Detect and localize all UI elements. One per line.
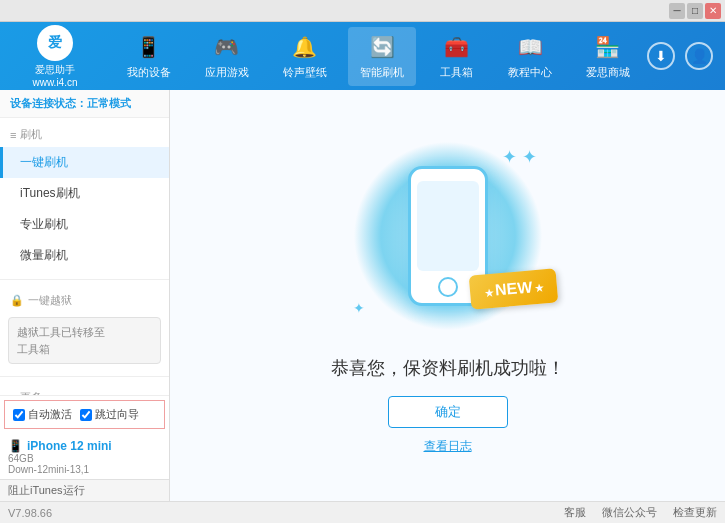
nav-item-toolbox[interactable]: 🧰 工具箱 [426,27,486,86]
status-bar: 设备连接状态：正常模式 [0,90,169,118]
nav-label-my-device: 我的设备 [127,65,171,80]
check-update-link[interactable]: 检查更新 [673,505,717,520]
sidebar-item-wipe-flash[interactable]: 微量刷机 [0,240,169,271]
skip-guide-checkbox-label[interactable]: 跳过向导 [80,407,139,422]
top-nav: 爱 爱思助手 www.i4.cn 📱 我的设备 🎮 应用游戏 🔔 铃声壁纸 🔄 … [0,22,725,90]
sparkle-bottom-left: ✦ [353,300,365,316]
jailbreak-note: 越狱工具已转移至工具箱 [8,317,161,364]
nav-item-smart-flash[interactable]: 🔄 智能刷机 [348,27,416,86]
device-storage: 64GB [8,453,161,464]
nav-items: 📱 我的设备 🎮 应用游戏 🔔 铃声壁纸 🔄 智能刷机 🧰 工具箱 📖 教程中心… [110,27,647,86]
skip-guide-checkbox[interactable] [80,409,92,421]
device-system: Down-12mini-13,1 [8,464,161,475]
version-text: V7.98.66 [8,507,52,519]
device-icon: 📱 [8,439,23,453]
nav-item-tutorial[interactable]: 📖 教程中心 [496,27,564,86]
logo-title: 爱思助手 [35,63,75,77]
wechat-link[interactable]: 微信公众号 [602,505,657,520]
nav-label-tutorial: 教程中心 [508,65,552,80]
support-link[interactable]: 客服 [564,505,586,520]
more-group-header: ≡ 更多 [0,385,169,395]
main-content: 设备连接状态：正常模式 ≡ 刷机 一键刷机 iTunes刷机 专业刷机 微量刷机 [0,90,725,501]
sidebar-item-one-key-flash[interactable]: 一键刷机 [0,147,169,178]
ringtone-icon: 🔔 [291,33,319,61]
jailbreak-section: 🔒 一键越狱 越狱工具已转移至工具箱 [0,284,169,372]
one-key-flash-label: 一键刷机 [20,154,68,171]
nav-label-apps-games: 应用游戏 [205,65,249,80]
user-button[interactable]: 👤 [685,42,713,70]
confirm-button[interactable]: 确定 [388,396,508,428]
auto-flash-label: 自动激活 [28,407,72,422]
close-button[interactable]: ✕ [705,3,721,19]
auto-flash-checkbox-label[interactable]: 自动激活 [13,407,72,422]
nav-item-apps-games[interactable]: 🎮 应用游戏 [193,27,261,86]
device-name-text: iPhone 12 mini [27,439,112,453]
maximize-button[interactable]: □ [687,3,703,19]
my-device-icon: 📱 [135,33,163,61]
flash-section: ≡ 刷机 一键刷机 iTunes刷机 专业刷机 微量刷机 [0,118,169,275]
new-badge: NEW [469,268,559,309]
status-value: 正常模式 [87,97,131,109]
flash-icon: ≡ [10,129,16,141]
nav-label-toolbox: 工具箱 [440,65,473,80]
nav-label-ringtone: 铃声壁纸 [283,65,327,80]
phone-screen [417,181,479,271]
sidebar-scroll: ≡ 刷机 一键刷机 iTunes刷机 专业刷机 微量刷机 [0,118,169,395]
nav-item-my-device[interactable]: 📱 我的设备 [115,27,183,86]
status-label: 设备连接状态： [10,97,87,109]
nav-right: ⬇ 👤 [647,42,725,70]
more-section: ≡ 更多 其他工具 下载固件 高级功能 [0,381,169,395]
logo-circle: 爱 [37,25,73,61]
content-area: ✦ ✦ ✦ NEW 恭喜您，保资料刷机成功啦！ 确定 查看日志 [170,90,725,501]
jailbreak-group-header: 🔒 一键越狱 [0,288,169,313]
jailbreak-note-text: 越狱工具已转移至工具箱 [17,326,105,355]
sidebar-divider-1 [0,279,169,280]
logo-area: 爱 爱思助手 www.i4.cn [0,17,110,96]
jailbreak-group-label: 一键越狱 [28,293,72,308]
sidebar-divider-2 [0,376,169,377]
view-log-link[interactable]: 查看日志 [424,438,472,455]
itunes-bar[interactable]: 阻止iTunes运行 [0,479,169,501]
title-bar-buttons: ─ □ ✕ [669,3,721,19]
sidebar-item-pro-flash[interactable]: 专业刷机 [0,209,169,240]
download-button[interactable]: ⬇ [647,42,675,70]
checkbox-area: 自动激活 跳过向导 [4,400,165,429]
apps-games-icon: 🎮 [213,33,241,61]
minimize-button[interactable]: ─ [669,3,685,19]
itunes-status-text: 阻止iTunes运行 [8,484,85,496]
store-icon: 🏪 [594,33,622,61]
nav-label-store: 爱思商城 [586,65,630,80]
lock-icon: 🔒 [10,294,24,307]
nav-label-smart-flash: 智能刷机 [360,65,404,80]
flash-group-label: 刷机 [20,127,42,142]
auto-flash-checkbox[interactable] [13,409,25,421]
bottom-status-bar: V7.98.66 客服 微信公众号 检查更新 [0,501,725,523]
tutorial-icon: 📖 [516,33,544,61]
sidebar: 设备连接状态：正常模式 ≡ 刷机 一键刷机 iTunes刷机 专业刷机 微量刷机 [0,90,170,501]
sidebar-item-itunes-flash[interactable]: iTunes刷机 [0,178,169,209]
logo-icon: 爱 [48,34,62,52]
skip-guide-label: 跳过向导 [95,407,139,422]
phone-illustration: ✦ ✦ ✦ NEW [348,136,548,336]
device-name: 📱 iPhone 12 mini [8,439,161,453]
sparkle-top-right: ✦ ✦ [502,146,537,168]
logo-url: www.i4.cn [32,77,77,88]
flash-group-header: ≡ 刷机 [0,122,169,147]
smart-flash-icon: 🔄 [368,33,396,61]
toolbox-icon: 🧰 [442,33,470,61]
success-text: 恭喜您，保资料刷机成功啦！ [331,356,565,380]
itunes-flash-label: iTunes刷机 [20,185,80,202]
phone-home-button [438,277,458,297]
sidebar-footer: 自动激活 跳过向导 📱 iPhone 12 mini 64GB Down-12m… [0,395,169,501]
device-info: 📱 iPhone 12 mini 64GB Down-12mini-13,1 [0,433,169,479]
wipe-flash-label: 微量刷机 [20,247,68,264]
nav-item-store[interactable]: 🏪 爱思商城 [574,27,642,86]
pro-flash-label: 专业刷机 [20,216,68,233]
nav-item-ringtone[interactable]: 🔔 铃声壁纸 [271,27,339,86]
